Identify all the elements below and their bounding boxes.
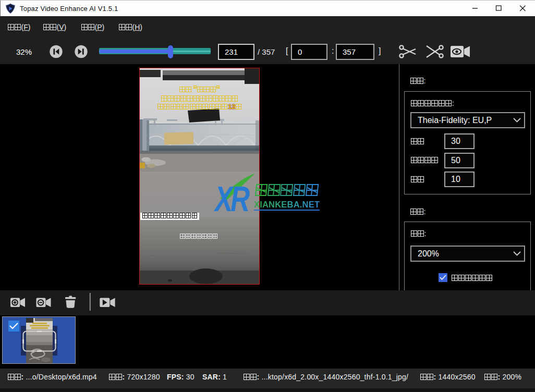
svg-text:XR: XR xyxy=(214,179,250,214)
